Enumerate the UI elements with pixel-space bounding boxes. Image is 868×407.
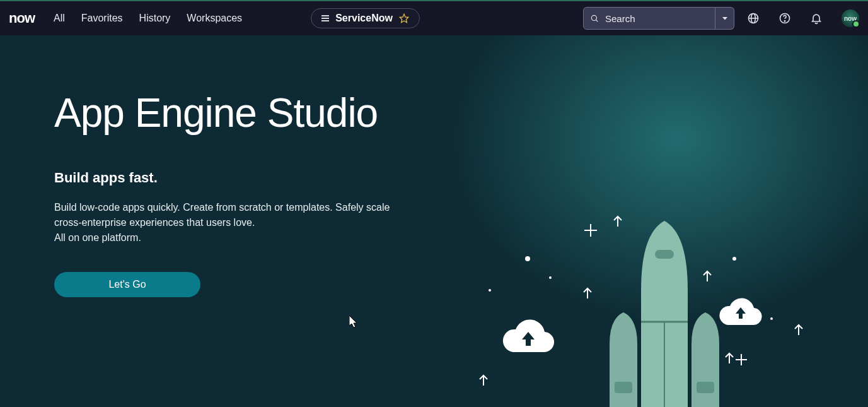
primary-nav: All Favorites History Workspaces bbox=[54, 13, 242, 24]
svg-point-8 bbox=[784, 21, 785, 21]
nav-all[interactable]: All bbox=[54, 13, 65, 24]
scope-title: ServiceNow bbox=[335, 13, 393, 24]
search-dropdown-toggle[interactable] bbox=[715, 7, 734, 30]
nav-history[interactable]: History bbox=[139, 13, 171, 24]
scope-picker[interactable]: ServiceNow bbox=[311, 8, 420, 28]
notifications-button[interactable] bbox=[804, 6, 829, 31]
help-icon bbox=[778, 12, 791, 25]
global-header: now All Favorites History Workspaces Ser… bbox=[0, 0, 868, 35]
search-icon bbox=[590, 13, 599, 23]
global-search bbox=[583, 7, 734, 30]
star-icon bbox=[399, 13, 409, 23]
svg-marker-31 bbox=[349, 316, 357, 327]
help-button[interactable] bbox=[772, 6, 797, 31]
search-input[interactable] bbox=[605, 13, 709, 24]
bell-icon bbox=[810, 12, 823, 25]
globe-icon bbox=[747, 12, 760, 25]
desc-line-2: All on one platform. bbox=[54, 232, 141, 243]
user-avatar[interactable]: now bbox=[842, 9, 859, 27]
svg-marker-3 bbox=[722, 17, 727, 20]
search-box[interactable] bbox=[583, 7, 715, 30]
lets-go-button[interactable]: Let's Go bbox=[54, 272, 200, 297]
nav-workspaces[interactable]: Workspaces bbox=[187, 13, 242, 24]
hero-copy: App Engine Studio Build apps fast. Build… bbox=[0, 35, 454, 297]
main-stage[interactable]: App Engine Studio Build apps fast. Build… bbox=[0, 35, 868, 407]
globe-button[interactable] bbox=[741, 6, 766, 31]
svg-point-1 bbox=[591, 15, 596, 20]
page-description: Build low-code apps quickly. Create from… bbox=[54, 200, 407, 245]
chevron-down-icon bbox=[721, 15, 729, 22]
page-subtitle: Build apps fast. bbox=[54, 170, 454, 186]
nav-favorites[interactable]: Favorites bbox=[81, 13, 123, 24]
page-title: App Engine Studio bbox=[54, 92, 454, 134]
cursor-icon bbox=[349, 316, 359, 328]
svg-line-2 bbox=[596, 20, 598, 22]
brand-logo[interactable]: now bbox=[9, 10, 35, 27]
svg-marker-0 bbox=[400, 14, 408, 22]
desc-line-1: Build low-code apps quickly. Create from… bbox=[54, 202, 390, 228]
menu-icon bbox=[321, 15, 329, 21]
